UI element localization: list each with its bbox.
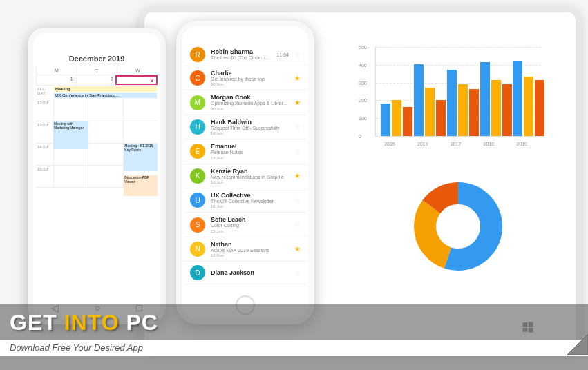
calendar-day-header: M: [36, 67, 77, 75]
bar-group: [480, 62, 512, 136]
item-date: 16 Jun: [211, 204, 289, 208]
item-name: UX Collective: [211, 192, 289, 199]
item-subtitle: Adobe MAX 2019 Sessions: [211, 248, 289, 253]
list-item[interactable]: MMorgan CookOptimizing Xamarin Apps & Li…: [184, 90, 306, 115]
donut-chart: [403, 171, 513, 282]
chart-bar: [491, 80, 501, 136]
calendar-time-grid[interactable]: 12:0013:0014:0015:00Meeting with Marketi…: [36, 99, 158, 188]
star-icon[interactable]: ★: [294, 75, 301, 82]
chart-bar: [469, 89, 479, 136]
calendar-event[interactable]: Discussion PDF Viewer: [124, 175, 158, 196]
chart-bar: [447, 70, 457, 136]
calendar-day-header: W: [117, 67, 158, 75]
chart-bar: [458, 84, 468, 136]
allday-label: ALL-DAY: [36, 86, 53, 99]
time-label: 12:00: [36, 99, 53, 121]
avatar: C: [190, 70, 205, 86]
calendar-event[interactable]: Meeting with Marketing Manager: [53, 121, 88, 149]
calendar-allday-event[interactable]: Meeting: [54, 86, 157, 92]
item-date: 11 Nov: [211, 253, 289, 257]
star-icon[interactable]: ★: [294, 172, 301, 179]
item-name: Diana Jackson: [211, 269, 289, 276]
watermark-subtitle: Download Free Your Desired App: [0, 340, 588, 356]
item-date: 19 Jun: [211, 131, 289, 135]
item-date: 18 Jun: [211, 180, 289, 184]
time-label: 14:00: [36, 144, 53, 165]
item-subtitle: Color Coding: [211, 223, 289, 228]
calendar-allday-row: ALL-DAY MeetingUX Conference in San Fran…: [36, 85, 158, 99]
calendar-title: December 2019: [36, 50, 158, 67]
message-list[interactable]: RRobin SharmaThe Last 6h [The Circle of …: [184, 43, 306, 298]
item-subtitle: Get inspired by these top: [211, 77, 289, 82]
star-icon[interactable]: ☆: [294, 269, 301, 277]
item-name: Charlie: [211, 70, 289, 77]
avatar: E: [190, 144, 205, 159]
item-date: 19 Jun: [211, 156, 289, 160]
list-item[interactable]: UUX CollectiveThe UX Collective Newslett…: [184, 188, 306, 213]
avatar: K: [190, 168, 205, 184]
bar-group: [513, 61, 544, 136]
avatar: M: [190, 95, 205, 110]
calendar-day-header: T: [77, 67, 117, 75]
phone-list-device: RRobin SharmaThe Last 6h [The Circle of …: [176, 21, 314, 324]
avatar: H: [190, 119, 205, 135]
item-name: Nathan: [211, 241, 289, 248]
list-item[interactable]: RRobin SharmaThe Last 6h [The Circle of …: [184, 43, 306, 66]
watermark-overlay: GET INTO PC Download Free Your Desired A…: [0, 304, 588, 370]
calendar-dates[interactable]: 123: [36, 75, 158, 85]
item-name: Robin Sharma: [211, 48, 271, 55]
star-icon[interactable]: ☆: [294, 51, 301, 59]
item-name: Morgan Cook: [211, 94, 289, 101]
calendar-day-headers: MTW: [36, 67, 158, 75]
watermark-title: GET INTO PC: [10, 310, 578, 335]
star-icon[interactable]: ☆: [294, 148, 301, 155]
chart-bar: [436, 100, 446, 136]
item-subtitle: The UX Collective Newsletter: [211, 199, 289, 204]
y-axis-label: 300: [359, 80, 367, 85]
list-item[interactable]: EEmanuelRelease Notes19 Jun☆: [184, 139, 306, 164]
item-subtitle: Optimizing Xamarin Apps & Libraries: [211, 101, 289, 106]
calendar-date-cell[interactable]: 1: [36, 75, 76, 85]
list-item[interactable]: HHank BaldwinRequest Time Off - Successf…: [184, 115, 306, 139]
star-icon[interactable]: ★: [294, 245, 301, 253]
chart-bar: [480, 62, 490, 136]
avatar: R: [190, 47, 205, 62]
time-label: 15:00: [36, 166, 53, 187]
item-date: 20 Jun: [211, 82, 289, 86]
calendar-date-cell[interactable]: 3: [115, 75, 158, 85]
bar-group: [381, 100, 412, 136]
chart-bar: [524, 77, 533, 136]
star-icon[interactable]: ★: [294, 99, 301, 106]
calendar-date-cell[interactable]: 2: [76, 75, 116, 85]
list-item[interactable]: DDiana Jackson☆: [184, 262, 306, 284]
list-item[interactable]: CCharlieGet inspired by these top20 Jun★: [184, 66, 306, 90]
list-item[interactable]: SSofie LeachColor Coding15 Jun☆: [184, 213, 306, 237]
chart-bar: [414, 64, 424, 136]
item-subtitle: Request Time Off - Successfully: [211, 126, 289, 131]
y-axis-label: 200: [359, 98, 367, 103]
list-item[interactable]: NNathanAdobe MAX 2019 Sessions11 Nov★: [184, 237, 306, 262]
corner-fold-icon: [567, 334, 588, 358]
item-name: Sofie Leach: [211, 216, 289, 223]
item-subtitle: Release Notes: [211, 150, 289, 155]
bar-group: [414, 64, 446, 136]
star-icon[interactable]: ☆: [294, 221, 301, 228]
avatar: U: [190, 193, 205, 208]
x-axis-label: 2018: [475, 142, 502, 146]
item-subtitle: New recommendations in Graphic: [211, 175, 289, 180]
chart-bar: [535, 80, 544, 136]
star-icon[interactable]: ☆: [294, 123, 301, 130]
y-axis-label: 100: [359, 116, 367, 121]
star-icon[interactable]: ☆: [294, 197, 301, 204]
list-item[interactable]: KKenzie RyanNew recommendations in Graph…: [184, 164, 306, 188]
x-axis-label: 2015: [376, 142, 404, 146]
chart-bar: [513, 61, 522, 136]
avatar: N: [190, 242, 205, 257]
time-label: 13:00: [36, 121, 53, 143]
calendar-event[interactable]: Meeting - R1 2019 Key Points: [124, 144, 158, 171]
chart-bar: [502, 84, 512, 136]
item-date: 20 Jun: [211, 107, 289, 111]
calendar-allday-event[interactable]: UX Conference in San Francisco...: [54, 92, 157, 98]
y-axis-label: 0: [359, 134, 361, 139]
item-time: 11:04: [276, 52, 289, 57]
